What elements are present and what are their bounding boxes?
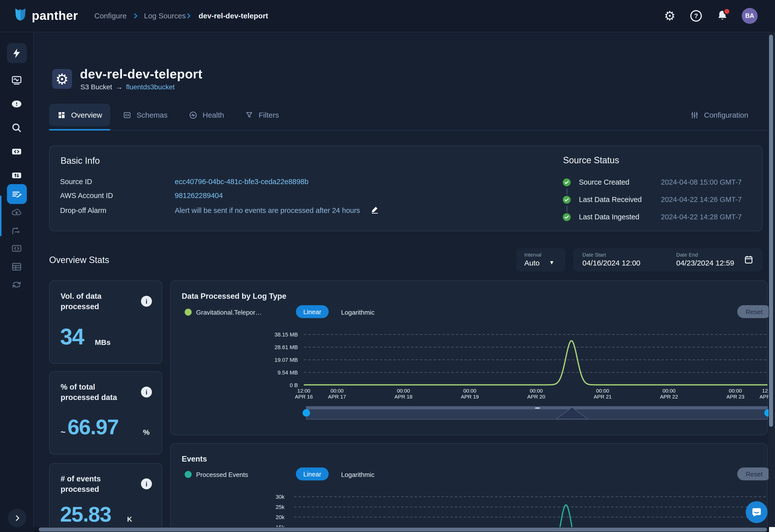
vertical-scrollbar-track[interactable] bbox=[769, 32, 775, 527]
tab-label: Health bbox=[202, 111, 224, 119]
stat-card-percent: % of total processed data ~ 66.97 % bbox=[49, 371, 162, 455]
source-id-value: ecc40796-04bc-481c-bfe3-ceda22e8898b bbox=[175, 178, 308, 186]
schemas-code-icon[interactable] bbox=[7, 238, 27, 258]
date-end-label: Date End bbox=[676, 252, 698, 258]
edit-pencil-icon[interactable] bbox=[370, 205, 379, 214]
sidebar-expand-button[interactable] bbox=[8, 509, 26, 527]
stat-card-events: # of events processed 25.83 K bbox=[49, 463, 162, 532]
tab-overview[interactable]: Overview bbox=[49, 104, 110, 126]
configuration-sliders-icon bbox=[690, 110, 699, 119]
stat-unit: MBs bbox=[95, 338, 110, 346]
status-check-icon bbox=[562, 195, 572, 204]
tab-filters[interactable]: Filters bbox=[245, 104, 279, 126]
tab-label: Filters bbox=[259, 111, 279, 119]
stat-value: 25.83 bbox=[60, 502, 111, 527]
basic-info-title: Basic Info bbox=[61, 156, 100, 166]
health-pulse-icon bbox=[189, 110, 198, 119]
status-item-value: 2024-04-22 14:28 GMT-7 bbox=[621, 213, 742, 221]
settings-gear-icon[interactable] bbox=[663, 9, 677, 23]
stat-unit: % bbox=[143, 428, 150, 436]
breadcrumb-current: dev-rel-dev-teleport bbox=[199, 11, 268, 20]
stat-title-line: Vol. of data bbox=[61, 291, 101, 301]
basic-info-row-label: Source ID bbox=[60, 178, 92, 186]
tab-health[interactable]: Health bbox=[189, 104, 224, 126]
date-range-picker[interactable]: Date Start 04/16/2024 12:00 Date End 04/… bbox=[574, 248, 763, 271]
legend-dot bbox=[185, 471, 192, 478]
info-icon[interactable] bbox=[141, 296, 152, 307]
notifications-bell-icon[interactable] bbox=[715, 9, 729, 23]
bucket-link[interactable]: fluentds3bucket bbox=[126, 83, 175, 91]
overview-stats-title: Overview Stats bbox=[49, 255, 109, 266]
dashboard-grid-icon bbox=[57, 110, 66, 119]
code-block-icon[interactable] bbox=[7, 141, 27, 161]
stat-title-line: processed bbox=[61, 301, 101, 312]
app-root: panther Configure Log Sources dev-rel-de… bbox=[0, 0, 775, 532]
events-chart-card: Events Processed Events Linear Logarithm… bbox=[170, 443, 768, 532]
breadcrumb-configure[interactable]: Configure bbox=[94, 11, 127, 20]
lightning-icon[interactable] bbox=[7, 43, 27, 63]
stat-title-line: # of events bbox=[61, 473, 101, 484]
calendar-icon[interactable] bbox=[744, 255, 754, 266]
panther-logo-icon bbox=[13, 7, 28, 24]
schema-code-icon bbox=[123, 110, 132, 119]
horizontal-scrollbar-thumb[interactable] bbox=[39, 528, 767, 532]
stat-prefix: ~ bbox=[61, 427, 66, 437]
breadcrumb-log-sources[interactable]: Log Sources bbox=[144, 11, 186, 20]
status-connector bbox=[567, 189, 567, 195]
linear-scale-button[interactable]: Linear bbox=[296, 467, 329, 480]
configuration-link[interactable]: Configuration bbox=[690, 104, 748, 126]
logo-wordmark: panther bbox=[32, 8, 78, 23]
date-end-value[interactable]: 04/23/2024 12:59 bbox=[676, 259, 734, 267]
help-icon[interactable]: ? bbox=[689, 9, 703, 23]
tab-label: Overview bbox=[71, 111, 102, 119]
logarithmic-scale-button[interactable]: Logarithmic bbox=[341, 309, 374, 316]
interval-dropdown[interactable]: Interval Auto bbox=[516, 248, 566, 271]
logarithmic-scale-button[interactable]: Logarithmic bbox=[341, 471, 374, 478]
info-icon[interactable] bbox=[141, 478, 152, 489]
stat-value: 34 bbox=[60, 324, 84, 350]
reset-button[interactable]: Reset bbox=[737, 305, 771, 318]
tuning-sliders-icon[interactable] bbox=[7, 165, 27, 185]
stat-value: 66.97 bbox=[67, 415, 118, 439]
status-connector bbox=[567, 206, 567, 212]
tab-schemas[interactable]: Schemas bbox=[123, 104, 167, 126]
reset-button[interactable]: Reset bbox=[737, 467, 771, 480]
vertical-scrollbar-thumb[interactable] bbox=[769, 35, 773, 427]
filter-funnel-icon bbox=[245, 110, 254, 119]
drop-off-alarm-value: Alert will be sent if no events are proc… bbox=[175, 206, 360, 214]
legend-label: Gravitational.Telepor… bbox=[196, 309, 262, 316]
page-title: dev-rel-dev-teleport bbox=[80, 67, 202, 82]
chat-bubble-icon[interactable] bbox=[746, 501, 768, 523]
arrow-right-icon: → bbox=[116, 83, 123, 91]
linear-scale-button[interactable]: Linear bbox=[296, 305, 329, 318]
aws-account-id-value: 981262289404 bbox=[175, 192, 223, 199]
tabs-divider bbox=[49, 130, 768, 131]
search-icon[interactable] bbox=[7, 118, 27, 137]
tables-icon[interactable] bbox=[7, 257, 27, 276]
active-tab-underline bbox=[49, 129, 110, 131]
avatar[interactable]: BA bbox=[742, 8, 758, 24]
scrollbar-corner bbox=[769, 527, 775, 532]
date-start-value[interactable]: 04/16/2024 12:00 bbox=[582, 259, 641, 267]
status-item-value: 2024-04-22 14:26 GMT-7 bbox=[621, 196, 742, 203]
log-monitor-icon[interactable] bbox=[7, 70, 27, 90]
sync-icon[interactable] bbox=[7, 274, 27, 294]
status-item-value: 2024-04-08 15:00 GMT-7 bbox=[621, 178, 742, 186]
chevron-right-icon bbox=[185, 12, 192, 19]
horizontal-scrollbar-track[interactable] bbox=[33, 527, 775, 532]
basic-info-row-label: Drop-off Alarm bbox=[60, 206, 106, 214]
status-check-icon bbox=[562, 178, 572, 187]
stat-title-line: processed data bbox=[61, 392, 117, 402]
chevron-down-icon bbox=[550, 258, 553, 266]
interval-label: Interval bbox=[524, 252, 542, 258]
log-sources-icon[interactable] bbox=[7, 184, 27, 204]
legend-label: Processed Events bbox=[196, 471, 248, 478]
cloud-security-icon[interactable] bbox=[7, 202, 27, 222]
status-check-icon bbox=[562, 212, 572, 222]
configuration-label: Configuration bbox=[704, 111, 748, 119]
info-icon[interactable] bbox=[141, 387, 152, 398]
tab-label: Schemas bbox=[136, 111, 167, 119]
alerts-icon[interactable] bbox=[7, 94, 27, 114]
data-routing-icon[interactable] bbox=[7, 220, 27, 240]
panther-logo[interactable]: panther bbox=[13, 7, 78, 24]
